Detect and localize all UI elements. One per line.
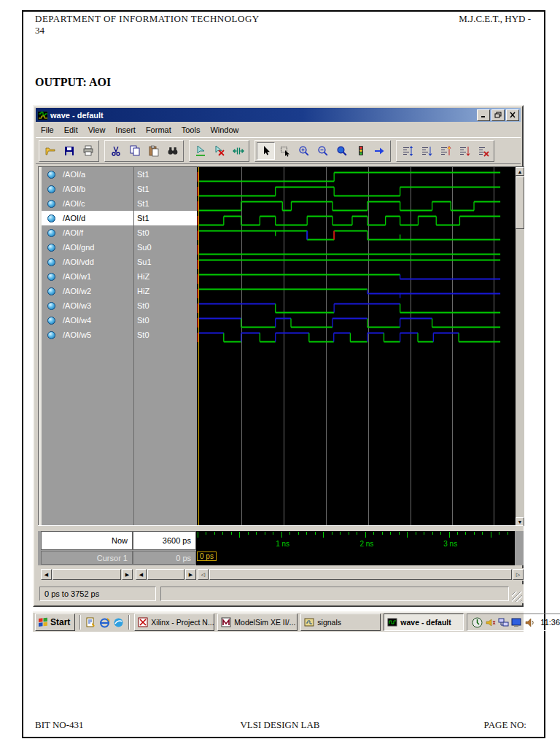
close-button[interactable] [506, 109, 519, 121]
window-title: wave - default [50, 111, 475, 120]
wave-tool-3-button[interactable] [436, 142, 454, 160]
zoom-in-icon [298, 145, 310, 157]
scroll-left-icon[interactable]: ◀ [136, 569, 147, 580]
signal-row[interactable]: /AOI/w4 [42, 313, 133, 328]
wave-tool-2-icon [421, 145, 432, 157]
zoom-in-button[interactable] [295, 142, 313, 160]
wave-horizontal-scrollbar[interactable]: ◁ ▷ [198, 569, 524, 580]
taskbar-button-wave-default[interactable]: wave - default [384, 614, 464, 631]
time-ruler[interactable]: 1 ns2 ns3 ns [196, 531, 515, 550]
wave-tool-2-button[interactable] [417, 142, 435, 160]
signal-name: /AOI/w5 [60, 330, 91, 339]
zoom-full-button[interactable] [332, 142, 351, 160]
signal-icon [47, 229, 55, 237]
cursor-label[interactable]: Cursor 1 [41, 551, 133, 565]
select-arrow-button[interactable] [257, 142, 275, 160]
scroll-right-icon[interactable]: ▶ [122, 569, 133, 580]
vertical-scrollbar-thumb[interactable] [516, 177, 524, 229]
wave-scrollbar-thumb[interactable] [209, 569, 512, 580]
signal-row[interactable]: /AOI/w1 [42, 269, 133, 284]
copy-button[interactable] [125, 142, 144, 160]
signal-row[interactable]: /AOI/a [42, 167, 133, 182]
signal-row[interactable]: /AOI/gnd [42, 240, 133, 255]
quicklaunch-ie-icon[interactable] [99, 616, 110, 629]
display-icon[interactable] [511, 617, 522, 628]
header-institute: M.J.C.E.T., HYD - [459, 13, 531, 25]
taskbar-button-xilinx-project-n[interactable]: Xilinx - Project N... [134, 614, 214, 631]
signal-name: /AOI/a [60, 170, 85, 179]
wave-tool-3-icon [440, 145, 451, 157]
cursor-value: 0 ps [133, 551, 196, 565]
scroll-right-icon[interactable]: ▷ [513, 569, 524, 580]
stop-sim-button[interactable] [351, 142, 370, 160]
window-titlebar[interactable]: wave - default [36, 108, 521, 122]
wave-tool-5-button[interactable] [474, 142, 492, 160]
menu-file[interactable]: File [36, 124, 59, 136]
volume-icon[interactable] [524, 617, 535, 628]
values-scrollbar-thumb[interactable] [147, 569, 184, 580]
mute-horn-icon[interactable] [485, 617, 496, 628]
menu-insert[interactable]: Insert [110, 124, 141, 136]
signal-row[interactable]: /AOI/w2 [42, 284, 133, 298]
cut-button[interactable] [106, 142, 125, 160]
resize-grip-icon[interactable] [512, 592, 522, 602]
menu-edit[interactable]: Edit [59, 124, 83, 136]
svg-text:3 ns: 3 ns [443, 540, 457, 548]
signal-name: /AOI/w3 [60, 301, 91, 310]
signal-value: Su1 [134, 255, 197, 269]
taskbar-button-signals[interactable]: signals [300, 614, 381, 631]
zoom-out-button[interactable] [314, 142, 332, 160]
open-button[interactable] [41, 142, 59, 160]
signal-row[interactable]: /AOI/d [42, 211, 133, 225]
zoom-out-icon [317, 145, 329, 157]
names-horizontal-scrollbar[interactable]: ◀ ▶ [41, 569, 133, 580]
wave-tool-1-button[interactable] [398, 142, 416, 160]
scroll-left-icon[interactable]: ◁ [198, 569, 209, 580]
scroll-left-icon[interactable]: ◀ [41, 569, 52, 580]
zoom-mode-button[interactable] [276, 142, 294, 160]
signal-row[interactable]: /AOI/b [42, 182, 133, 196]
scroll-right-icon[interactable]: ▶ [185, 569, 196, 580]
scroll-up-icon[interactable]: ▲ [516, 167, 524, 176]
modelsim-tray-icon[interactable] [472, 617, 483, 628]
signal-icon [47, 331, 55, 339]
delete-cursor-button[interactable] [210, 142, 228, 160]
cursor-track[interactable]: 0 ps [196, 550, 515, 565]
paste-button[interactable] [144, 142, 163, 160]
names-scrollbar-thumb[interactable] [52, 569, 121, 580]
cursor-time-tag[interactable]: 0 ps [197, 551, 217, 561]
minimize-button[interactable] [477, 109, 490, 121]
wave-tool-4-button[interactable] [455, 142, 473, 160]
wave-tool-4-icon [459, 145, 470, 157]
signal-name: /AOI/w2 [60, 287, 91, 295]
signal-row[interactable]: /AOI/c [42, 196, 133, 211]
find-transition-button[interactable] [229, 142, 247, 160]
signal-icon [47, 302, 55, 310]
signal-row[interactable]: /AOI/w3 [42, 298, 133, 313]
taskbar-button-modelsim-xe-ii[interactable]: ModelSim XE II/... [217, 614, 298, 631]
signal-icon [47, 214, 55, 222]
toolbar-group [254, 140, 391, 162]
signal-row[interactable]: /AOI/f [42, 225, 133, 240]
waveform-canvas[interactable] [197, 167, 516, 526]
menu-tools[interactable]: Tools [176, 124, 206, 136]
quicklaunch-msn-icon[interactable] [113, 616, 124, 629]
open-icon [44, 145, 56, 157]
find-button[interactable] [163, 142, 182, 160]
values-horizontal-scrollbar[interactable]: ◀ ▶ [136, 569, 196, 580]
menu-format[interactable]: Format [141, 124, 176, 136]
signal-row[interactable]: /AOI/w5 [42, 328, 133, 342]
quicklaunch-doc-icon[interactable] [85, 616, 96, 629]
select-arrow-icon [260, 145, 272, 157]
restore-button[interactable] [491, 109, 505, 121]
network-icon[interactable] [498, 617, 509, 628]
insert-cursor-button[interactable] [191, 142, 209, 160]
menu-window[interactable]: Window [205, 124, 244, 136]
start-button[interactable]: Start [35, 614, 75, 631]
continue-run-button[interactable] [370, 142, 389, 160]
signal-row[interactable]: /AOI/vdd [42, 255, 133, 269]
menu-view[interactable]: View [83, 124, 111, 136]
save-button[interactable] [60, 142, 78, 160]
print-button[interactable] [79, 142, 97, 160]
vertical-scrollbar[interactable]: ▲ ▼ [516, 167, 524, 526]
